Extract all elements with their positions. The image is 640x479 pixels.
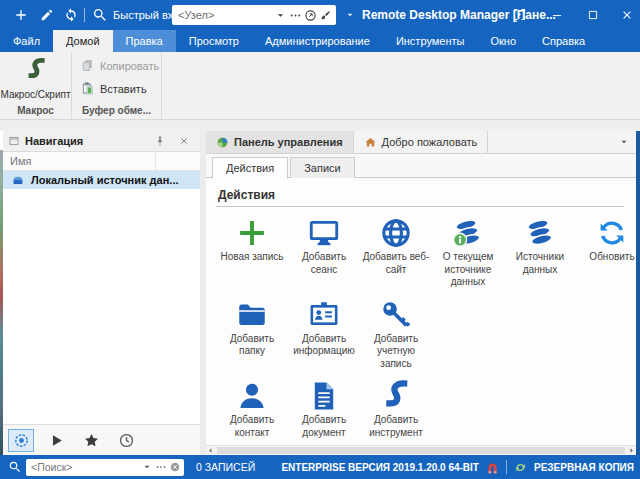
backup-label[interactable]: РЕЗЕРВНАЯ КОПИЯ bbox=[534, 462, 634, 473]
chevron-down-icon[interactable] bbox=[141, 461, 153, 473]
action-new-entry[interactable]: Новая запись bbox=[216, 216, 288, 289]
action-label: Добавить учетную запись bbox=[360, 333, 432, 371]
dashboard-content: Действия Новая записьДобавить сеансДобав… bbox=[206, 178, 636, 445]
tree-column-header[interactable]: Имя bbox=[3, 152, 200, 171]
doc-tab-dashboard[interactable]: Панель управления bbox=[206, 131, 354, 153]
doc-tab-welcome[interactable]: Добро пожаловать bbox=[354, 131, 489, 153]
add-icon bbox=[235, 216, 269, 250]
recent-view-button[interactable] bbox=[113, 429, 139, 452]
actions-rows: Новая записьДобавить сеансДобавить веб-с… bbox=[216, 216, 626, 439]
navigation-tree-area[interactable] bbox=[3, 189, 200, 424]
menu-tab-view[interactable]: Просмотр bbox=[176, 30, 252, 52]
datasource-view-button[interactable] bbox=[8, 429, 34, 452]
macro-script-icon bbox=[23, 57, 49, 83]
navigation-panel-header: Навигация bbox=[3, 131, 200, 152]
close-icon[interactable] bbox=[178, 135, 190, 147]
action-current-datasource-info[interactable]: О текущем источнике данных bbox=[432, 216, 504, 289]
action-add-contact[interactable]: Добавить контакт bbox=[216, 379, 288, 439]
tree-item-local-datasource[interactable]: Локальный источник дан... bbox=[3, 171, 200, 189]
favorites-view-button[interactable] bbox=[78, 429, 104, 452]
doc-tab-label: Панель управления bbox=[234, 136, 343, 148]
sub-tab-entries[interactable]: Записи bbox=[290, 157, 355, 178]
scroll-left-icon[interactable] bbox=[206, 446, 215, 455]
action-label: Обновить bbox=[589, 251, 634, 264]
ribbon-group-label-clipboard: Буфер обме... bbox=[72, 105, 161, 116]
paste-button[interactable]: Вставить bbox=[80, 81, 147, 96]
add-icon[interactable] bbox=[13, 7, 29, 23]
column-divider bbox=[155, 152, 156, 170]
backup-icon[interactable] bbox=[513, 460, 528, 475]
menu-tab-window[interactable]: Окно bbox=[477, 30, 529, 52]
window-right-border bbox=[636, 131, 640, 455]
main-panel: Панель управленияДобро пожаловать Действ… bbox=[206, 131, 636, 455]
status-search-box[interactable] bbox=[26, 459, 184, 476]
paste-icon bbox=[80, 81, 95, 96]
menu-tab-tools[interactable]: Инструменты bbox=[383, 30, 478, 52]
action-label: Добавить инструмент bbox=[360, 414, 432, 439]
refresh-icon[interactable] bbox=[63, 7, 79, 23]
clear-icon[interactable] bbox=[169, 461, 181, 473]
brush-icon[interactable] bbox=[319, 9, 332, 22]
idcard-icon bbox=[307, 298, 341, 332]
action-refresh[interactable]: Обновить bbox=[576, 216, 636, 289]
dashboard-icon bbox=[216, 136, 229, 149]
action-label: Добавить сеанс bbox=[288, 251, 360, 276]
tree-item-label: Локальный источник дан... bbox=[31, 174, 179, 186]
action-add-information[interactable]: Добавить информацию bbox=[288, 298, 360, 371]
history-icon bbox=[118, 432, 135, 449]
monitor-icon bbox=[307, 216, 341, 250]
search-icon bbox=[8, 460, 22, 474]
focus-mode-icon[interactable] bbox=[512, 7, 527, 22]
action-label: О текущем источнике данных bbox=[432, 251, 504, 289]
action-label: Добавить информацию bbox=[288, 333, 360, 358]
search-icon[interactable] bbox=[92, 7, 108, 23]
host-input[interactable] bbox=[176, 9, 272, 21]
play-icon bbox=[48, 432, 65, 449]
menu-tab-home[interactable]: Домой bbox=[53, 30, 113, 52]
panel-window-icon bbox=[8, 135, 20, 147]
scroll-right-icon[interactable] bbox=[627, 446, 636, 455]
action-add-tool[interactable]: Добавить инструмент bbox=[360, 379, 432, 439]
ellipsis-icon[interactable] bbox=[289, 9, 302, 22]
horizontal-scrollbar[interactable] bbox=[206, 445, 636, 455]
offline-magnet-icon[interactable] bbox=[485, 460, 500, 475]
sessions-view-button[interactable] bbox=[43, 429, 69, 452]
paste-label: Вставить bbox=[100, 83, 147, 95]
minimize-button[interactable] bbox=[550, 8, 564, 22]
tab-list-dropdown-icon[interactable] bbox=[618, 136, 630, 148]
quick-connect-icon[interactable] bbox=[304, 9, 317, 22]
copy-button[interactable]: Копировать bbox=[80, 58, 159, 73]
scrollbar-thumb[interactable] bbox=[217, 447, 625, 454]
action-add-credential[interactable]: Добавить учетную запись bbox=[360, 298, 432, 371]
menu-tab-administration[interactable]: Администрирование bbox=[252, 30, 383, 52]
edit-pencil-icon[interactable] bbox=[39, 7, 55, 23]
action-data-sources[interactable]: Источники данных bbox=[504, 216, 576, 289]
status-right-group: ENTERPRISE ВЕРСИЯ 2019.1.20.0 64-BIT РЕЗ… bbox=[281, 460, 634, 475]
sub-tab-actions[interactable]: Действия bbox=[212, 157, 288, 179]
action-add-document[interactable]: Добавить документ bbox=[288, 379, 360, 439]
macro-script-label: Макрос/Скрипт bbox=[0, 89, 70, 100]
maximize-button[interactable] bbox=[586, 8, 600, 22]
menu-tab-edit[interactable]: Правка bbox=[113, 30, 176, 52]
menu-tab-file[interactable]: Файл bbox=[0, 30, 53, 52]
column-header-name: Имя bbox=[10, 155, 31, 167]
chevron-down-icon[interactable] bbox=[344, 9, 356, 21]
divider bbox=[84, 8, 85, 22]
action-add-website[interactable]: Добавить веб-сайт bbox=[360, 216, 432, 289]
menu-tab-help[interactable]: Справка bbox=[529, 30, 598, 52]
close-button[interactable] bbox=[620, 8, 634, 22]
sub-tab-bar: ДействияЗаписи bbox=[206, 154, 636, 178]
action-add-session[interactable]: Добавить сеанс bbox=[288, 216, 360, 289]
lens-icon bbox=[13, 432, 30, 449]
key-icon bbox=[379, 298, 413, 332]
action-add-folder[interactable]: Добавить папку bbox=[216, 298, 288, 371]
title-bar: Быстрый вход Remote Desktop Manager [Пан… bbox=[0, 0, 640, 30]
pin-icon[interactable] bbox=[154, 135, 166, 147]
host-combobox[interactable] bbox=[172, 5, 336, 25]
chevron-down-icon[interactable] bbox=[274, 9, 287, 22]
refresh-arrows-icon bbox=[595, 216, 629, 250]
search-input[interactable] bbox=[29, 461, 139, 473]
action-label: Источники данных bbox=[504, 251, 576, 276]
macro-script-button[interactable]: Макрос/Скрипт bbox=[0, 55, 71, 100]
ellipsis-icon[interactable] bbox=[155, 461, 167, 473]
